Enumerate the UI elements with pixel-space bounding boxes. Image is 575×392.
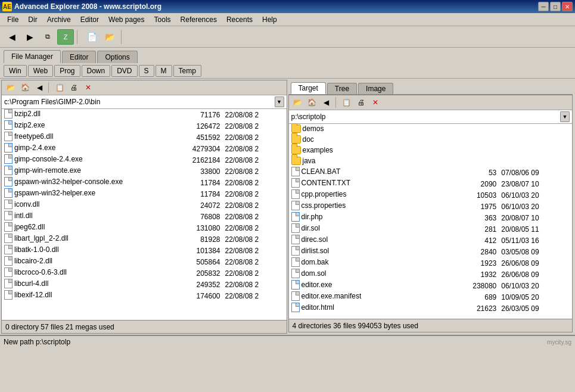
new-file-button[interactable]: 📄 [83,29,100,45]
file-date: 22/08/08 2 [223,166,287,177]
list-item[interactable]: gimp-win-remote.exe 33800 22/08/08 2 [2,166,287,177]
list-item[interactable]: gimp-2.4.exe 4279304 22/08/08 2 [2,143,287,154]
right-tab-target[interactable]: Target [291,82,326,94]
list-item[interactable]: gspawn-win32-helper-console.exe 11784 22… [2,177,287,188]
right-folder-open[interactable]: 📂 [291,97,304,108]
sub-btn-prog[interactable]: Prog [54,65,80,77]
list-item[interactable]: iconv.dll 24072 22/08/08 2 [2,200,287,211]
maximize-button[interactable]: □ [550,2,561,11]
list-item[interactable]: editor.html 21623 26/03/05 09 [289,303,573,314]
right-delete[interactable]: ✕ [369,97,382,108]
menu-tools[interactable]: Tools [150,14,176,25]
list-item[interactable]: intl.dll 76808 22/08/08 2 [2,211,287,222]
left-path-dropdown[interactable]: ▼ [275,97,284,107]
menu-dir[interactable]: Dir [23,14,42,25]
right-path-input[interactable] [291,113,561,121]
list-item[interactable]: demos [289,124,573,135]
list-item[interactable]: dom.bak 1923 26/06/08 09 [289,257,573,269]
list-item[interactable]: editor.exe.manifest 689 10/09/05 20 [289,291,573,303]
file-icon-wrap: examples [291,146,333,154]
sub-btn-down[interactable]: Down [82,65,111,77]
right-file-list[interactable]: demos doc examples [289,124,573,319]
file-name: libart_lgpl_2-2.dll [2,234,167,245]
list-item[interactable]: dir.php 363 20/08/07 10 [289,212,573,223]
sub-btn-temp[interactable]: Temp [173,65,201,77]
list-item[interactable]: freetype6.dll 451592 22/08/08 2 [2,132,287,143]
back-button[interactable]: ◀ [4,29,20,45]
left-copy[interactable]: 📋 [53,82,66,94]
left-print[interactable]: 🖨 [67,82,80,94]
list-item[interactable]: cpp.properties 10503 06/10/03 20 [289,189,573,201]
list-item[interactable]: libart_lgpl_2-2.dll 81928 22/08/08 2 [2,234,287,245]
left-folder-open[interactable]: 📂 [4,82,17,94]
close-button[interactable]: ✕ [562,2,573,11]
file-icon [4,245,13,254]
sub-btn-web[interactable]: Web [28,65,53,77]
list-item[interactable]: CONTENT.TXT 2090 23/08/07 10 [289,178,573,189]
right-back[interactable]: ◀ [320,97,333,108]
new-dir-button[interactable]: 📂 [101,29,118,45]
list-item[interactable]: jpeg62.dll 131080 22/08/08 2 [2,222,287,234]
right-file-table: demos doc examples [289,124,573,314]
file-name: bzip2.exe [2,120,167,132]
left-home[interactable]: 🏠 [18,82,32,94]
tab-file-manager[interactable]: File Manager [4,50,61,63]
left-back[interactable]: ◀ [33,82,46,94]
list-item[interactable]: java [289,156,573,167]
left-file-list[interactable]: bzip2.dll 71176 22/08/08 2 bzip2.exe 126… [2,109,287,320]
menu-recents[interactable]: Recents [222,14,257,25]
list-item[interactable]: css.properties 1975 06/10/03 20 [289,201,573,212]
sub-btn-dvd[interactable]: DVD [111,65,137,77]
list-item[interactable]: libcroco-0.6-3.dll 205832 22/08/08 2 [2,267,287,279]
copy-panel-button[interactable]: ⧉ [39,29,56,45]
right-sep-1 [335,97,338,108]
menu-references[interactable]: References [176,14,222,25]
left-path-input[interactable] [4,98,275,106]
list-item[interactable]: editor.exe 238080 06/10/03 20 [289,280,573,291]
left-delete[interactable]: ✕ [82,82,95,94]
list-item[interactable]: dir.sol 281 20/08/05 11 [289,223,573,235]
right-path-dropdown[interactable]: ▼ [560,111,570,122]
menu-webpages[interactable]: Web pages [104,14,150,25]
list-item[interactable]: doc [289,135,573,145]
minimize-button[interactable]: ─ [538,2,549,11]
file-icon [291,269,300,278]
file-date: 20/08/05 11 [499,223,572,235]
list-item[interactable]: bzip2.dll 71176 22/08/08 2 [2,109,287,120]
right-copy[interactable]: 📋 [340,97,353,108]
file-date: 26/06/08 09 [499,257,572,269]
right-tab-tree[interactable]: Tree [327,83,357,94]
list-item[interactable]: CLEAN.BAT 53 07/08/06 09 [289,167,573,178]
list-item[interactable]: examples [289,145,573,156]
file-name: gspawn-win32-helper-console.exe [2,177,167,188]
right-home[interactable]: 🏠 [306,97,319,108]
list-item[interactable]: gimp-console-2.4.exe 2162184 22/08/08 2 [2,154,287,166]
sub-btn-m[interactable]: M [156,65,172,77]
right-print[interactable]: 🖨 [355,97,368,108]
tab-options[interactable]: Options [97,51,137,63]
right-tab-image[interactable]: Image [358,83,393,94]
list-item[interactable]: direc.sol 412 05/11/03 16 [289,235,573,246]
sub-btn-s[interactable]: S [139,65,154,77]
list-item[interactable]: gspawn-win32-helper.exe 11784 22/08/08 2 [2,188,287,200]
file-date: 22/08/08 2 [223,177,287,188]
file-name: dirlist.sol [289,246,435,257]
list-item[interactable]: dom.sol 1932 26/06/08 09 [289,269,573,280]
menu-help[interactable]: Help [257,14,282,25]
menu-editor[interactable]: Editor [76,14,104,25]
menu-file[interactable]: File [2,14,23,25]
menu-archive[interactable]: Archive [42,14,76,25]
sub-btn-win[interactable]: Win [4,65,27,77]
list-item[interactable]: libcurl-4.dll 249352 22/08/08 2 [2,279,287,290]
file-size: 131080 [167,222,223,234]
list-item[interactable]: dirlist.sol 2840 03/05/08 09 [289,246,573,257]
list-item[interactable]: bzip2.exe 126472 22/08/08 2 [2,120,287,132]
tab-editor[interactable]: Editor [62,51,96,63]
zip-button[interactable]: Z [57,29,74,45]
list-item[interactable]: libexif-12.dll 174600 22/08/08 2 [2,290,287,301]
forward-button[interactable]: ▶ [21,29,38,45]
list-item[interactable]: libatk-1.0-0.dll 101384 22/08/08 2 [2,245,287,256]
window-title: Advanced Explorer 2008 - www.scriptol.or… [14,2,161,11]
file-size: 11784 [167,188,223,200]
list-item[interactable]: libcairo-2.dll 505864 22/08/08 2 [2,256,287,267]
